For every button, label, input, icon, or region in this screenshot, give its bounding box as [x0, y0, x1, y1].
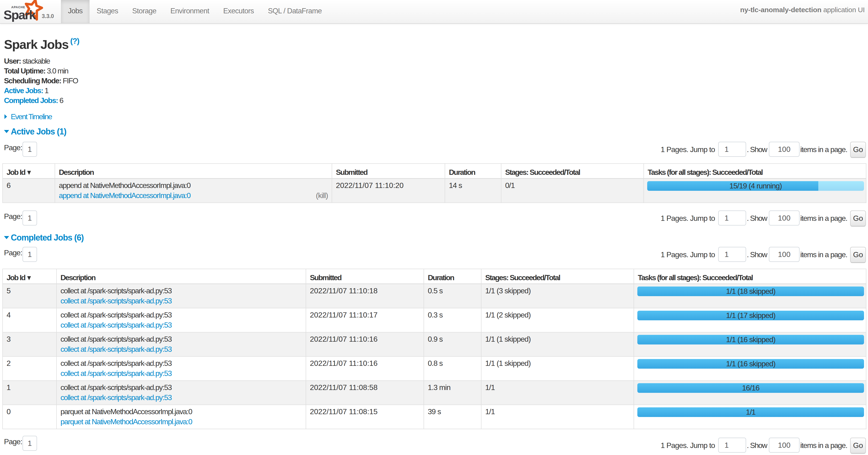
svg-text:Spark: Spark [3, 8, 36, 22]
